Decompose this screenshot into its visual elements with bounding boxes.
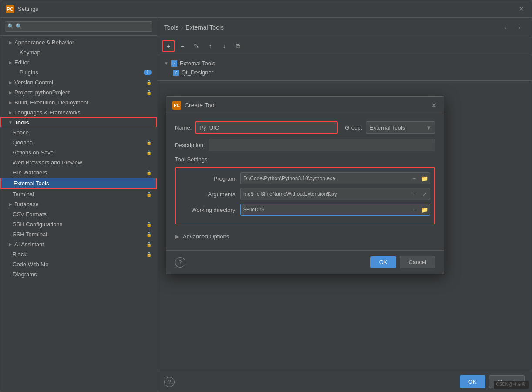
arrow-icon: ▶ (7, 100, 13, 106)
dialog-container: PC Create Tool ✕ Name: Group: (166, 96, 444, 274)
name-label: Name: (175, 124, 192, 131)
toolbar: + − ✎ ↑ ↓ ⧉ (157, 37, 532, 55)
working-dir-input[interactable] (241, 207, 409, 213)
search-bar: 🔍 (0, 18, 157, 36)
group-value: External Tools (370, 124, 405, 131)
dialog-footer: ? OK Cancel (166, 250, 444, 274)
breadcrumb-external-tools: External Tools (185, 24, 224, 31)
advanced-options-row[interactable]: ▶ Advanced Options (175, 230, 435, 243)
sidebar-item-plugins[interactable]: Plugins 1 (0, 67, 157, 77)
sidebar-item-tools[interactable]: ▼ Tools (0, 117, 157, 127)
close-button[interactable]: ✕ (516, 4, 526, 14)
arrow-icon: ▶ (7, 90, 13, 96)
sidebar-item-build[interactable]: ▶ Build, Execution, Deployment (0, 97, 157, 107)
search-wrap: 🔍 (5, 21, 152, 32)
sidebar: 🔍 ▶ Appearance & Behavior Keymap ▶ (0, 18, 157, 392)
search-input[interactable] (5, 21, 152, 32)
program-input[interactable] (241, 175, 409, 181)
dialog-ok-button[interactable]: OK (370, 256, 396, 268)
external-tools-checkbox[interactable]: ✓ (171, 60, 177, 67)
sidebar-item-ai-assistant[interactable]: ▶ AI Assistant 🔒 (0, 239, 157, 249)
ok-button[interactable]: OK (460, 375, 485, 388)
sidebar-item-web-browsers[interactable]: Web Browsers and Preview (0, 157, 157, 168)
sidebar-item-file-watchers[interactable]: File Watchers 🔒 (0, 168, 157, 178)
sidebar-item-version-control[interactable]: ▶ Version Control 🔒 (0, 77, 157, 87)
breadcrumb-tools: Tools (164, 24, 178, 31)
sidebar-item-diagrams[interactable]: Diagrams (0, 269, 157, 279)
sidebar-item-external-tools[interactable]: External Tools (0, 178, 157, 189)
sidebar-item-space[interactable]: Space (0, 127, 157, 137)
add-args-icon[interactable]: + (409, 189, 419, 199)
program-input-wrap: + 📁 (240, 172, 430, 184)
browse-dir-icon[interactable]: 📁 (419, 204, 430, 215)
back-button[interactable]: ‹ (500, 22, 511, 33)
move-up-button[interactable]: ↑ (204, 40, 216, 52)
sidebar-item-project[interactable]: ▶ Project: pythonProject 🔒 (0, 87, 157, 97)
pin-icon: 🔒 (146, 150, 152, 155)
title-bar: PC Settings ✕ (0, 0, 532, 18)
pin-icon: 🔒 (146, 252, 152, 257)
dialog-close-button[interactable]: ✕ (429, 101, 438, 110)
group-label: Group: (345, 124, 362, 131)
sidebar-tree: ▶ Appearance & Behavior Keymap ▶ Editor … (0, 36, 157, 392)
program-label: Program: (180, 175, 237, 182)
add-program-icon[interactable]: + (409, 173, 419, 184)
dialog-app-icon: PC (172, 101, 181, 110)
name-input[interactable] (195, 121, 338, 134)
working-dir-row: Working directory: + 📁 (180, 204, 430, 216)
copy-button[interactable]: ⧉ (232, 40, 244, 52)
sidebar-item-keymap[interactable]: Keymap (0, 47, 157, 57)
tree-panel-qt-designer[interactable]: ✓ Qt_Designer (162, 68, 526, 77)
sidebar-item-database[interactable]: ▶ Database (0, 199, 157, 209)
qt-designer-checkbox[interactable]: ✓ (173, 70, 179, 76)
sidebar-item-terminal[interactable]: Terminal 🔒 (0, 189, 157, 199)
arguments-label: Arguments: (180, 191, 237, 198)
dialog-help-button[interactable]: ? (175, 257, 185, 268)
breadcrumb-separator: › (181, 24, 183, 31)
arguments-input[interactable] (241, 191, 409, 197)
plugins-badge: 1 (144, 70, 152, 75)
expand-args-icon[interactable]: ⤢ (419, 189, 430, 199)
advanced-options-label: Advanced Options (183, 233, 229, 240)
arrow-icon: ▶ (7, 60, 13, 66)
sidebar-item-appearance[interactable]: ▶ Appearance & Behavior (0, 37, 157, 47)
sidebar-item-code-with-me[interactable]: Code With Me (0, 259, 157, 269)
add-tool-button[interactable]: + (162, 40, 175, 52)
sidebar-item-qodana[interactable]: Qodana 🔒 (0, 137, 157, 147)
sidebar-item-ssh-configurations[interactable]: SSH Configurations 🔒 (0, 219, 157, 229)
sidebar-item-black[interactable]: Black 🔒 (0, 249, 157, 259)
tree-panel-external-tools[interactable]: ▼ ✓ External Tools (162, 59, 526, 68)
add-dir-icon[interactable]: + (409, 204, 419, 215)
app-icon: PC (6, 5, 14, 13)
pin-icon: 🔒 (146, 140, 152, 145)
pin-icon: 🔒 (146, 90, 152, 95)
dialog-body: Name: Group: External Tools ▼ Descriptio… (166, 114, 444, 250)
working-dir-input-wrap: + 📁 (240, 204, 430, 216)
edit-tool-button[interactable]: ✎ (190, 40, 202, 52)
pin-icon: 🔒 (146, 170, 152, 175)
dialog-cancel-button[interactable]: Cancel (400, 256, 435, 268)
help-button[interactable]: ? (164, 377, 175, 387)
description-label: Description: (175, 142, 205, 148)
description-row: Description: (175, 139, 435, 151)
nav-buttons: ‹ › (500, 22, 525, 33)
forward-button[interactable]: › (514, 22, 525, 33)
create-tool-dialog: PC Create Tool ✕ Name: Group: (166, 96, 444, 274)
remove-tool-button[interactable]: − (176, 40, 189, 52)
pin-icon: 🔒 (146, 242, 152, 247)
sidebar-item-editor[interactable]: ▶ Editor (0, 57, 157, 67)
tool-settings-title: Tool Settings (175, 156, 435, 163)
settings-window: PC Settings ✕ 🔍 ▶ Appearance & Behavior (0, 0, 532, 392)
sidebar-item-actions-on-save[interactable]: Actions on Save 🔒 (0, 147, 157, 157)
group-select[interactable]: External Tools ▼ (366, 121, 435, 134)
description-input[interactable] (209, 139, 435, 151)
sidebar-item-ssh-terminal[interactable]: SSH Terminal 🔒 (0, 229, 157, 239)
bottom-bar: ? OK Cancel (157, 372, 532, 392)
sidebar-item-languages[interactable]: ▶ Languages & Frameworks (0, 107, 157, 117)
sidebar-item-csv-formats[interactable]: CSV Formats (0, 209, 157, 219)
window-title: Settings (18, 6, 38, 12)
expand-arrow-icon: ▼ (164, 61, 168, 66)
tree-panel: ▼ ✓ External Tools ✓ Qt_Designer (157, 55, 532, 81)
move-down-button[interactable]: ↓ (218, 40, 230, 52)
browse-program-icon[interactable]: 📁 (419, 173, 430, 184)
